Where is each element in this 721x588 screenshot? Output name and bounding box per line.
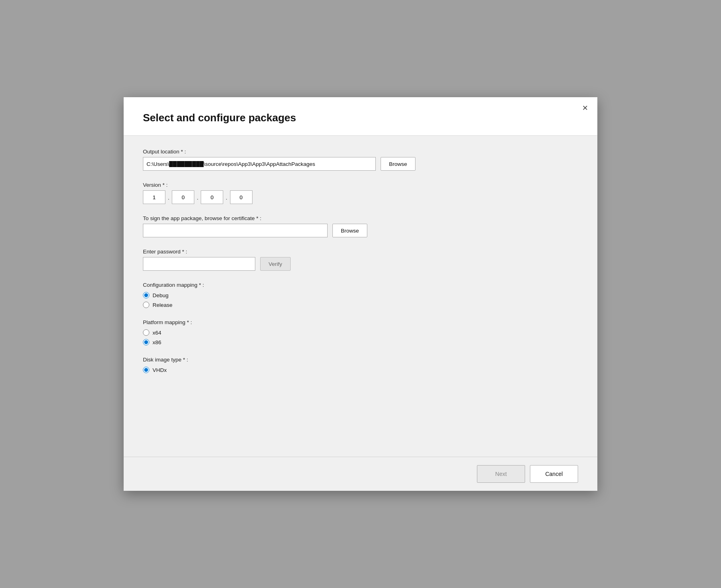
version-input-1[interactable] [143, 190, 165, 204]
config-mapping-group: Configuration mapping * : Debug Release [143, 282, 578, 308]
cert-label: To sign the app package, browse for cert… [143, 215, 578, 221]
platform-x64-radio[interactable] [143, 329, 149, 336]
config-release-label: Release [153, 302, 173, 308]
dialog: ✕ Select and configure packages Output l… [124, 97, 597, 491]
disk-vhdx-label: VHDx [153, 367, 167, 373]
config-radio-group: Debug Release [143, 292, 578, 308]
cancel-button[interactable]: Cancel [530, 465, 578, 483]
platform-radio-group: x64 x86 [143, 329, 578, 345]
config-release-radio[interactable] [143, 302, 149, 308]
config-debug-item[interactable]: Debug [143, 292, 578, 298]
platform-x86-item[interactable]: x86 [143, 339, 578, 345]
version-label: Version * : [143, 182, 578, 188]
version-group: Version * : . . . [143, 182, 578, 204]
next-button[interactable]: Next [477, 465, 525, 483]
cert-browse-button[interactable]: Browse [332, 224, 367, 237]
version-dot-3: . [225, 194, 228, 201]
password-group: Enter password * : Verify [143, 249, 578, 271]
dialog-header: Select and configure packages [124, 97, 597, 136]
output-location-input[interactable] [143, 157, 376, 171]
config-release-item[interactable]: Release [143, 302, 578, 308]
dialog-body: Output location * : Browse Version * : .… [124, 136, 597, 457]
config-mapping-label: Configuration mapping * : [143, 282, 578, 288]
dialog-title: Select and configure packages [143, 112, 578, 124]
cert-input[interactable] [143, 224, 328, 237]
version-row: . . . [143, 190, 578, 204]
platform-x86-radio[interactable] [143, 339, 149, 345]
output-browse-button[interactable]: Browse [381, 157, 415, 171]
dialog-footer: Next Cancel [124, 457, 597, 491]
dialog-overlay: ✕ Select and configure packages Output l… [0, 0, 721, 588]
platform-mapping-group: Platform mapping * : x64 x86 [143, 319, 578, 345]
config-debug-label: Debug [153, 292, 169, 298]
config-debug-radio[interactable] [143, 292, 149, 298]
version-input-2[interactable] [172, 190, 194, 204]
close-button[interactable]: ✕ [579, 102, 591, 114]
disk-image-label: Disk image type * : [143, 357, 578, 363]
disk-vhdx-radio[interactable] [143, 367, 149, 373]
platform-x64-label: x64 [153, 330, 161, 336]
cert-row: Browse [143, 224, 578, 237]
verify-button[interactable]: Verify [260, 257, 291, 271]
version-input-3[interactable] [201, 190, 223, 204]
disk-vhdx-item[interactable]: VHDx [143, 367, 578, 373]
output-location-group: Output location * : Browse [143, 149, 578, 171]
disk-radio-group: VHDx [143, 367, 578, 373]
password-row: Verify [143, 257, 578, 271]
platform-mapping-label: Platform mapping * : [143, 319, 578, 325]
cert-group: To sign the app package, browse for cert… [143, 215, 578, 237]
version-input-4[interactable] [230, 190, 253, 204]
version-dot-1: . [167, 194, 170, 201]
version-dot-2: . [196, 194, 199, 201]
password-input[interactable] [143, 257, 255, 271]
platform-x86-label: x86 [153, 339, 161, 345]
output-location-row: Browse [143, 157, 578, 171]
output-location-label: Output location * : [143, 149, 578, 155]
platform-x64-item[interactable]: x64 [143, 329, 578, 336]
password-label: Enter password * : [143, 249, 578, 255]
disk-image-group: Disk image type * : VHDx [143, 357, 578, 373]
